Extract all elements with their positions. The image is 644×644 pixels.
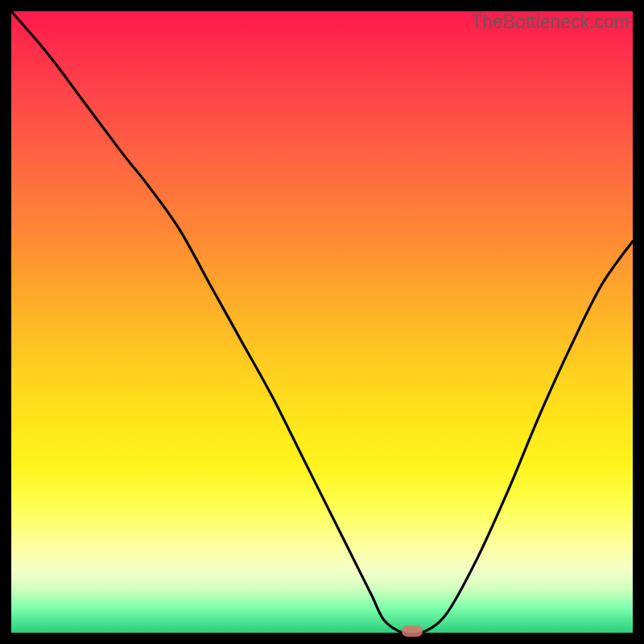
curve-path bbox=[11, 11, 633, 634]
bottleneck-curve bbox=[11, 11, 633, 633]
chart-plot-area: TheBottleneck.com bbox=[11, 11, 633, 633]
chart-frame: TheBottleneck.com bbox=[0, 0, 644, 644]
optimal-point-marker bbox=[402, 625, 423, 637]
